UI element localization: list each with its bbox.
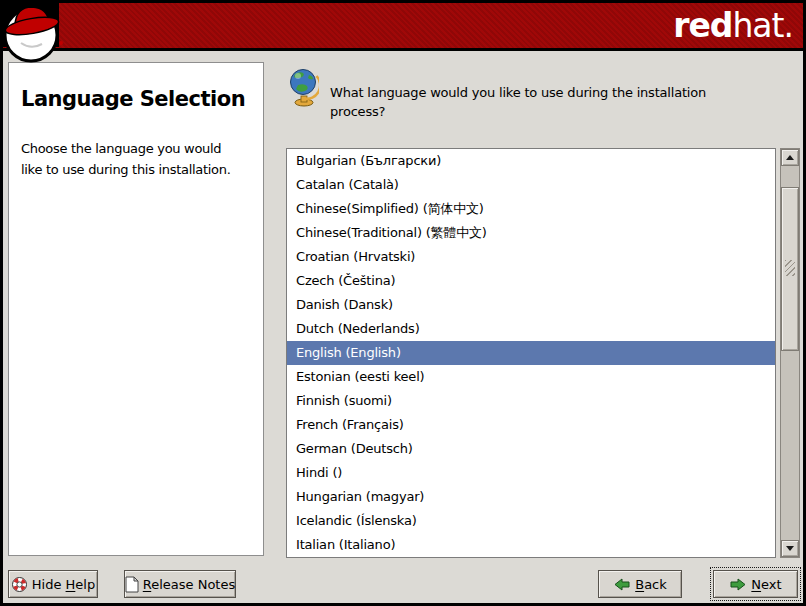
back-button[interactable]: Back <box>598 570 682 598</box>
release-notes-icon <box>125 576 139 593</box>
redhat-wordmark: redhat. <box>673 3 793 48</box>
question-text: What language would you like to use duri… <box>330 83 706 121</box>
header-bar: redhat. <box>3 3 803 51</box>
back-label: Back <box>635 577 667 592</box>
language-option[interactable]: Catalan (Català) <box>287 173 775 197</box>
question-line: What language would you like to use duri… <box>330 83 706 102</box>
scrollbar-grip <box>785 260 795 276</box>
question-line: process? <box>330 102 706 121</box>
release-notes-button[interactable]: Release Notes <box>124 570 236 598</box>
language-option[interactable]: Bulgarian (Български) <box>287 149 775 173</box>
installer-window: redhat. Language Selection Choose the la… <box>3 3 803 603</box>
list-scrollbar[interactable] <box>780 148 800 558</box>
lifesaver-icon <box>11 576 28 593</box>
language-option[interactable]: Czech (Čeština) <box>287 269 775 293</box>
language-option[interactable]: French (Français) <box>287 413 775 437</box>
help-text-line: Choose the language you would <box>21 138 251 159</box>
hide-help-button[interactable]: Hide Help <box>8 570 98 598</box>
language-option[interactable]: Chinese(Simplified) (简体中文) <box>287 197 775 221</box>
next-arrow-icon <box>729 578 747 591</box>
scrollbar-thumb[interactable] <box>781 187 799 351</box>
back-arrow-icon <box>613 578 631 591</box>
language-option[interactable]: Chinese(Traditional) (繁體中文) <box>287 221 775 245</box>
language-option[interactable]: Dutch (Nederlands) <box>287 317 775 341</box>
globe-icon <box>289 67 319 107</box>
page-title: Language Selection <box>21 87 251 111</box>
language-option[interactable]: Danish (Dansk) <box>287 293 775 317</box>
language-option[interactable]: Hungarian (magyar) <box>287 485 775 509</box>
language-option[interactable]: Croatian (Hrvatski) <box>287 245 775 269</box>
scroll-up-button[interactable] <box>781 149 799 166</box>
hide-help-label: Hide Help <box>32 577 95 592</box>
redhat-shadowman-logo <box>3 3 65 65</box>
language-option[interactable]: Hindi () <box>287 461 775 485</box>
language-option[interactable]: Italian (Italiano) <box>287 533 775 557</box>
help-text: Choose the language you would like to us… <box>21 138 251 180</box>
next-button[interactable]: Next <box>713 570 798 598</box>
help-text-line: like to use during this installation. <box>21 159 251 180</box>
language-list: Bulgarian (Български) Catalan (Català) C… <box>286 148 776 558</box>
wordmark-red: red <box>673 6 732 45</box>
next-label: Next <box>751 577 781 592</box>
language-option-selected[interactable]: English (English) <box>287 341 775 365</box>
wordmark-hat: hat. <box>732 6 793 45</box>
language-option[interactable]: Finnish (suomi) <box>287 389 775 413</box>
help-panel: Language Selection Choose the language y… <box>8 62 264 556</box>
scroll-up-icon <box>786 155 794 160</box>
language-option[interactable]: Estonian (eesti keel) <box>287 365 775 389</box>
release-notes-label: Release Notes <box>143 577 235 592</box>
scroll-down-button[interactable] <box>781 540 799 557</box>
language-option[interactable]: Icelandic (Íslenska) <box>287 509 775 533</box>
language-option[interactable]: German (Deutsch) <box>287 437 775 461</box>
scroll-down-icon <box>786 546 794 551</box>
